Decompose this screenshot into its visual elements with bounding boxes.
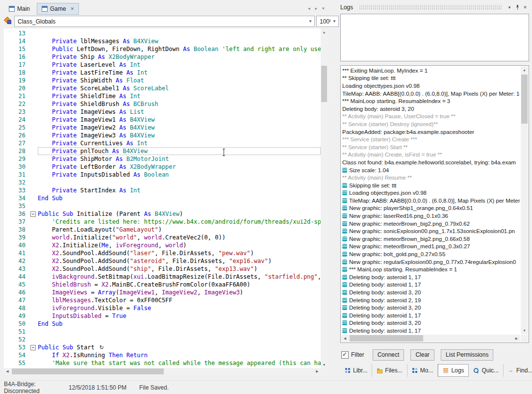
code-line-46[interactable]: 46 ImageViews = Array(ImageView1, ImageV… <box>4 289 321 296</box>
code-editor[interactable]: 1314 Private lblMessages As B4XView15 Pu… <box>4 28 328 375</box>
code-line-15[interactable]: 15 Public LeftDown, FireDown, RightDown … <box>4 45 321 53</box>
log-entry[interactable]: ** Activity (main) Create, isFirst = tru… <box>342 151 520 159</box>
code-line-19[interactable]: 19 Private ShipWidth As Float <box>4 77 321 84</box>
log-entry[interactable]: Deleting body: asteroid 3, 20 <box>342 319 520 327</box>
editor-horizontal-scrollbar[interactable]: ◀ ▶ <box>4 368 321 375</box>
log-list[interactable]: *** Exiting MainLoop. MyIndex = 1** Skip… <box>340 65 529 343</box>
code-line-45[interactable]: 45 ShieldBrush = X2.MainBC.CreateBrushFr… <box>4 281 321 289</box>
log-entry[interactable]: Deleting body: asteroid 1, 17 <box>342 281 520 289</box>
log-entry[interactable]: Loading objecttypes.json v0.98 <box>342 82 520 90</box>
scroll-right-icon[interactable]: ▶ <box>314 368 321 375</box>
log-entry[interactable]: Deleting body: asteroid 3, 20 <box>342 304 520 312</box>
horizontal-scroll-thumb[interactable] <box>350 335 423 341</box>
log-entry[interactable]: Deleting body: asteroid 1, 17 <box>342 327 520 334</box>
log-entry[interactable]: *** Exiting MainLoop. MyIndex = 1 <box>342 67 520 75</box>
code-line-21[interactable]: 21 Private ShieldTime As Int <box>4 92 321 100</box>
code-line-52[interactable]: 52 <box>4 336 321 343</box>
code-line-24[interactable]: 24 Private ImageView1 As B4XView <box>4 116 321 124</box>
scroll-left-icon[interactable]: ◀ <box>4 368 11 375</box>
doc-tab-main[interactable]: Main <box>4 3 35 15</box>
close-tab-icon[interactable]: ✕ <box>71 6 75 11</box>
log-entry[interactable]: Deleting body: asteroid 2, 19 <box>342 296 520 304</box>
fold-collapse-icon[interactable] <box>29 210 38 218</box>
code-line-38[interactable]: 38 Parent.LoadLayout("GameLayout") <box>4 226 321 234</box>
scroll-down-icon[interactable]: ▼ <box>321 361 328 368</box>
code-line-48[interactable]: 48 ivForeground.Visible = False <box>4 304 321 312</box>
close-panel-icon[interactable]: ✕ <box>521 3 529 11</box>
panel-tab-files[interactable]: Files... <box>372 364 407 377</box>
log-entry[interactable]: *** MainLoop starting. ResumableIndex = … <box>342 97 520 105</box>
code-line-28[interactable]: 28 Private pnlTouch As B4XView <box>4 147 321 155</box>
log-horizontal-scrollbar[interactable]: ◀ ▶ <box>341 335 520 342</box>
log-entry[interactable]: Size scale: 1.04 <box>342 166 520 174</box>
code-line-35[interactable]: 35 <box>4 202 321 210</box>
log-entry[interactable]: Deleting body: asteroid 3, 20 <box>342 105 520 113</box>
code-line-51[interactable]: 51 <box>4 328 321 336</box>
code-line-32[interactable]: 32 <box>4 179 321 186</box>
tab-list-dropdown-icon[interactable]: ▾ <box>322 6 325 11</box>
code-line-44[interactable]: 44 ivBackground.SetBitmap(xui.LoadBitmap… <box>4 273 321 281</box>
doc-tab-game[interactable]: Game✕ <box>37 3 79 15</box>
scroll-left-icon[interactable]: ◀ <box>341 335 349 342</box>
scroll-up-icon[interactable]: ▲ <box>521 66 528 74</box>
log-entry[interactable]: ** Activity (main) Resume ** <box>342 174 520 182</box>
log-entry[interactable]: *** MainLoop starting. ResumableIndex = … <box>342 265 520 273</box>
code-line-55[interactable]: 55 'Make sure that start was not called … <box>4 359 321 367</box>
log-vertical-scrollbar[interactable]: ▲ ▼ <box>521 66 528 334</box>
log-entry[interactable]: New graphic: sonicExplosion00.png_1.7x1.… <box>342 227 520 235</box>
code-line-42[interactable]: 42 X2.SoundPool.AddSound("asteroid", Fil… <box>4 257 321 265</box>
log-entry[interactable]: New graphic: meteorBrown_big2.png_0.66x0… <box>342 235 520 243</box>
code-line-47[interactable]: 47 lblMessages.TextColor = 0xFF00C5FF <box>4 296 321 304</box>
zoom-selector[interactable]: 100% ▼ <box>316 16 339 27</box>
log-entry[interactable]: New graphic: meteorBrown_med1.png_0.3x0.… <box>342 243 520 251</box>
code-line-26[interactable]: 26 Private ImageView3 As B4XView <box>4 131 321 139</box>
code-line-25[interactable]: 25 Private ImageView2 As B4XView <box>4 124 321 131</box>
code-line-31[interactable]: 31 Private InputsDisabled As Boolean <box>4 171 321 179</box>
log-entry[interactable]: New graphic: laserRed16.png_0.1x0.36 <box>342 212 520 220</box>
code-line-27[interactable]: 27 Private CurrentLives As Int <box>4 139 321 147</box>
log-entry[interactable]: New graphic: bolt_gold.png_0.27x0.55 <box>342 250 520 258</box>
panel-menu-icon[interactable]: ▾ <box>506 3 513 11</box>
code-line-18[interactable]: 18 Private LastFireTime As Int <box>4 69 321 77</box>
code-line-41[interactable]: 41 X2.SoundPool.AddSound("laser", File.D… <box>4 249 321 257</box>
vertical-scroll-thumb[interactable] <box>321 66 327 102</box>
editor-vertical-scrollbar[interactable]: ▲ ▼ <box>321 28 328 368</box>
pin-icon[interactable] <box>513 3 521 11</box>
panel-tab-libr[interactable]: Libr... <box>340 364 372 377</box>
panel-tab-logs[interactable]: Logs <box>438 364 469 377</box>
log-entry[interactable]: *** Service (starter) Create *** <box>342 135 520 143</box>
code-line-36[interactable]: 36Public Sub Initialize (Parent As B4XVi… <box>4 210 321 218</box>
log-entry[interactable]: New graphic: playerShip1_orange.png_0.64… <box>342 205 520 212</box>
chevron-down-icon[interactable]: ▼ <box>306 19 314 24</box>
code-line-54[interactable]: 54 If X2.IsRunning Then Return <box>4 351 321 359</box>
log-entry[interactable]: Deleting body: asteroid 3, 20 <box>342 289 520 296</box>
code-line-50[interactable]: 50End Sub <box>4 320 321 328</box>
tab-scroll-right-icon[interactable]: ▸ <box>315 6 318 11</box>
list-permissions-button[interactable]: List Permissions <box>441 349 493 361</box>
scroll-down-icon[interactable]: ▼ <box>521 327 528 334</box>
code-line-13[interactable]: 13 <box>4 29 321 37</box>
scope-selector[interactable]: Class_Globals ▼ <box>14 16 315 27</box>
log-entry[interactable]: New graphic: meteorBrown_big2.png_0.79x0… <box>342 220 520 228</box>
panel-tab-mo[interactable]: Mo... <box>407 364 438 377</box>
filter-checkbox[interactable] <box>341 351 349 359</box>
code-line-22[interactable]: 22 Private ShieldBrush As BCBrush <box>4 100 321 108</box>
log-entry[interactable]: Deleting body: asteroid 1, 17 <box>342 312 520 319</box>
code-line-29[interactable]: 29 Private ShipMotor As B2MotorJoint <box>4 155 321 163</box>
code-line-20[interactable]: 20 Private ScoreLabel1 As ScoreLabel <box>4 84 321 92</box>
code-line-33[interactable]: 33 Private StartIndex As Int <box>4 186 321 194</box>
code-line-40[interactable]: 40 X2.Initialize(Me, ivForeground, world… <box>4 241 321 249</box>
log-entry[interactable]: Class not found: b4a.example.helloworld.… <box>342 158 520 166</box>
log-entry[interactable]: ** Skipping tile set: ttt <box>342 75 520 82</box>
log-entry[interactable]: Deleting body: asteroid 1, 17 <box>342 273 520 281</box>
log-entry[interactable]: PackageAdded: package:b4a.example.spaces… <box>342 128 520 136</box>
horizontal-scroll-thumb[interactable] <box>12 368 164 374</box>
code-line-53[interactable]: 53Public Sub Start ↻ <box>4 343 321 351</box>
log-entry[interactable]: New graphic: regularExplosion00.png_0.77… <box>342 258 520 266</box>
connect-button[interactable]: Connect <box>373 349 405 361</box>
scroll-up-icon[interactable]: ▲ <box>321 28 328 35</box>
code-line-16[interactable]: 16 Private Ship As X2BodyWrapper <box>4 53 321 61</box>
log-entry[interactable]: TileMap: AABB: AABB[(0.0,0.0) . (6.0,8.0… <box>342 90 520 98</box>
code-line-43[interactable]: 43 X2.SoundPool.AddSound("ship", File.Di… <box>4 265 321 273</box>
code-line-23[interactable]: 23 Private ImageViews As List <box>4 108 321 116</box>
